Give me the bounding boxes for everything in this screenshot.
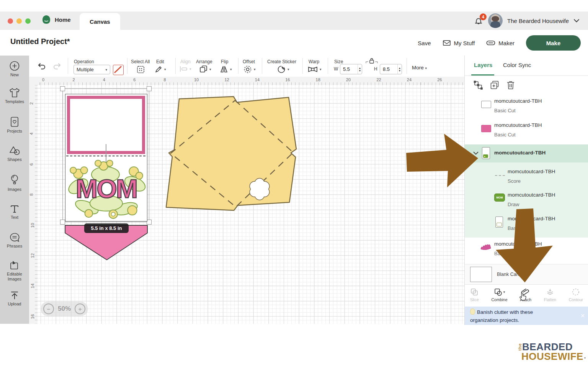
- traffic-zoom-button[interactable]: [25, 18, 31, 24]
- ruler-corner: [29, 77, 38, 85]
- create-sticker-label: Create Sticker: [267, 59, 296, 64]
- envelope-shape[interactable]: [157, 90, 306, 220]
- upload-arrow-icon: [10, 290, 20, 300]
- layers-panel-tabs: Layers Color Sync: [465, 56, 588, 76]
- layer-thumbnail-score-line: [495, 175, 505, 176]
- mom-lettering: MOM: [76, 174, 137, 203]
- edit-label: Edit: [156, 59, 164, 64]
- sidebar-item-templates[interactable]: Templates: [0, 87, 29, 104]
- account-name[interactable]: The Bearded Housewife: [507, 18, 569, 24]
- zoom-in-button[interactable]: +: [75, 303, 85, 314]
- traffic-close-button[interactable]: [8, 18, 13, 24]
- undo-icon[interactable]: [37, 62, 47, 70]
- blank-canvas-row[interactable]: Blank Canvas: [465, 264, 588, 284]
- ruler-vertical: 246810121416: [29, 85, 38, 324]
- editable-frame-icon: [9, 261, 20, 271]
- duplicate-icon[interactable]: [490, 80, 500, 90]
- expand-chevron-icon[interactable]: [473, 151, 479, 155]
- offset-button[interactable]: ▾: [243, 65, 256, 74]
- app-window: Home Canvas 4 The Bearded Housewife Unti…: [0, 0, 588, 374]
- logo-housewife: HOUSEWIFE: [521, 351, 583, 361]
- warp-icon: [308, 66, 318, 73]
- edit-button[interactable]: ▾: [155, 66, 166, 73]
- more-button[interactable]: More ▾: [412, 65, 427, 71]
- tab-home-label: Home: [55, 16, 71, 23]
- select-all-icon[interactable]: [137, 66, 145, 74]
- operation-select[interactable]: Multiple ▾: [74, 65, 110, 74]
- height-field[interactable]: ▲▼: [380, 64, 402, 74]
- align-button: ▾: [180, 66, 191, 72]
- combine-button[interactable]: ▾ Combine: [492, 284, 508, 305]
- flip-icon: [220, 65, 228, 73]
- save-button[interactable]: Save: [418, 40, 431, 46]
- chevron-down-icon: ▾: [105, 68, 107, 72]
- sidebar-item-shapes[interactable]: Shapes: [0, 145, 29, 162]
- warp-label: Warp: [309, 59, 319, 64]
- traffic-minimize-button[interactable]: [16, 18, 22, 24]
- tab-color-sync[interactable]: Color Sync: [503, 62, 531, 68]
- maker-button[interactable]: Maker: [486, 39, 514, 46]
- chevron-down-icon[interactable]: [573, 19, 580, 23]
- lock-ratio-icon[interactable]: [365, 57, 378, 64]
- sidebar-item-projects[interactable]: Projects: [0, 116, 29, 134]
- notifications-button[interactable]: 4: [474, 16, 483, 26]
- notification-badge: 4: [480, 13, 487, 20]
- tshirt-icon: [9, 87, 20, 98]
- sidebar-item-images[interactable]: Images: [0, 174, 29, 192]
- group-layers-icon[interactable]: [473, 80, 483, 90]
- flatten-button: Flatten: [544, 284, 556, 305]
- slice-button: Slice: [470, 284, 479, 305]
- sidebar-item-upload[interactable]: Upload: [0, 290, 29, 307]
- selection-handle-top-left[interactable]: [60, 86, 65, 91]
- avatar[interactable]: [488, 13, 503, 28]
- width-field[interactable]: ▲▼: [340, 64, 362, 74]
- speech-bubble-icon: [9, 233, 20, 243]
- tab-canvas-label: Canvas: [90, 18, 110, 25]
- attach-button[interactable]: Attach: [520, 284, 531, 305]
- height-stepper[interactable]: ▲▼: [397, 64, 402, 74]
- ruler-horizontal: 02468101214161820222426: [38, 77, 464, 85]
- mail-box-icon: [443, 39, 451, 46]
- sidebar-item-new[interactable]: New: [0, 61, 29, 77]
- height-input[interactable]: [380, 64, 397, 74]
- mom-card-shape[interactable]: MOM: [65, 94, 147, 221]
- redo-icon[interactable]: [52, 62, 62, 70]
- offset-icon: [243, 65, 252, 74]
- blank-canvas-label: Blank Canvas: [497, 272, 526, 277]
- width-stepper[interactable]: ▲▼: [358, 64, 362, 74]
- cricut-home-icon: [41, 15, 51, 25]
- my-stuff-label: My Stuff: [454, 40, 475, 46]
- sidebar-item-text[interactable]: Text: [0, 204, 29, 220]
- my-stuff-button[interactable]: My Stuff: [443, 39, 475, 46]
- sidebar-item-phrases[interactable]: Phrases: [0, 233, 29, 249]
- tip-close-icon[interactable]: ✕: [580, 312, 585, 320]
- selection-handle-top-right[interactable]: [147, 86, 152, 91]
- width-label: W: [334, 66, 338, 72]
- create-sticker-button[interactable]: ▾: [277, 65, 289, 74]
- layer-row[interactable]: momcutoutcard-TBH Basic Cut: [465, 98, 588, 117]
- maker-machine-icon: [486, 39, 495, 46]
- make-button[interactable]: Make: [526, 35, 581, 51]
- arrange-button[interactable]: ▾: [199, 65, 211, 73]
- layer-row[interactable]: MOM momcutoutcard-TBH Draw: [465, 192, 588, 210]
- zoom-out-button[interactable]: −: [43, 303, 54, 314]
- sidebar-item-editable-images[interactable]: Editable Images: [0, 261, 29, 282]
- watermark-logo: the BEARDED HOUSEWIFE: [518, 342, 586, 361]
- tab-home[interactable]: Home: [41, 15, 71, 25]
- layer-row[interactable]: momcutoutcard-TBH Score: [465, 169, 588, 187]
- attach-paperclip-icon: [521, 288, 530, 296]
- width-input[interactable]: [340, 64, 358, 74]
- delete-trash-icon[interactable]: [506, 80, 515, 90]
- tab-canvas[interactable]: Canvas: [80, 13, 120, 30]
- tab-layers[interactable]: Layers: [474, 62, 492, 68]
- sticker-peel-icon: [277, 65, 286, 74]
- layer-row[interactable]: momcutoutcard-TBH Basic Cut: [465, 241, 588, 260]
- layer-row-selected[interactable]: momcutoutcard-TBH: [465, 144, 588, 162]
- warp-button[interactable]: ▾: [308, 66, 322, 73]
- color-swatch[interactable]: [113, 65, 124, 75]
- layer-row[interactable]: momcutoutcard-TBH Basic Cut: [465, 216, 588, 234]
- layer-row[interactable]: momcutoutcard-TBH Basic Cut: [465, 122, 588, 141]
- flip-button[interactable]: ▾: [220, 65, 232, 73]
- height-label: H: [374, 66, 377, 72]
- arrange-label: Arrange: [196, 59, 212, 64]
